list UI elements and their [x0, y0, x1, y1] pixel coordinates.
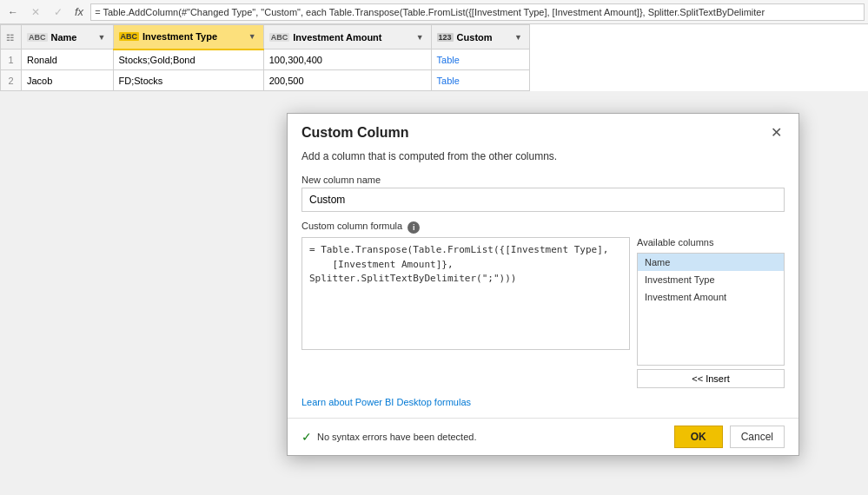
- col-filter-name[interactable]: ▼: [96, 33, 108, 42]
- table-row: 2 Jacob FD;Stocks 200,500 Table: [1, 70, 530, 91]
- formula-toolbar: ← ✕ ✓ fx: [0, 0, 868, 24]
- column-name-input[interactable]: [301, 188, 785, 212]
- cell-investment-amount-2: 200,500: [263, 70, 431, 91]
- row-num-1: 1: [1, 50, 22, 70]
- col-label-name: Name: [51, 32, 77, 43]
- col-header-name[interactable]: ABC Name ▼: [22, 25, 114, 50]
- formula-textarea-container: [301, 237, 630, 388]
- col-filter-custom[interactable]: ▼: [513, 33, 524, 42]
- custom-column-modal: Custom Column ✕ Add a column that is com…: [287, 113, 799, 456]
- formula-section: Custom column formula i Available column…: [301, 221, 785, 388]
- data-table-area: ☷ ABC Name ▼ ABC Investment Type ▼: [0, 24, 868, 91]
- cell-investment-type-1: Stocks;Gold;Bond: [113, 50, 263, 70]
- column-item-investment-type[interactable]: Investment Type: [638, 271, 784, 288]
- col-type-icon-investment-type: ABC: [119, 32, 140, 41]
- insert-button[interactable]: << Insert: [637, 369, 785, 388]
- row-num-2: 2: [1, 70, 22, 91]
- cell-name-2: Jacob: [22, 70, 114, 91]
- cell-investment-type-2: FD;Stocks: [113, 70, 263, 91]
- column-item-name[interactable]: Name: [638, 254, 784, 271]
- close-button: ✕: [26, 3, 45, 22]
- modal-subtitle: Add a column that is computed from the o…: [301, 150, 785, 162]
- available-columns-label: Available columns: [637, 237, 785, 248]
- col-header-investment-amount[interactable]: ABC Investment Amount ▼: [263, 25, 431, 50]
- status-text: No syntax errors have been detected.: [317, 432, 476, 442]
- formula-area-wrapper: Available columns Name Investment Type I…: [301, 237, 785, 388]
- info-icon[interactable]: i: [407, 221, 420, 234]
- check-button: ✓: [49, 3, 68, 22]
- formula-label: Custom column formula: [301, 221, 402, 231]
- formula-label-row: Custom column formula i: [301, 221, 785, 234]
- col-label-custom: Custom: [457, 32, 493, 43]
- col-header-investment-type[interactable]: ABC Investment Type ▼: [113, 25, 263, 50]
- ok-button[interactable]: OK: [674, 426, 723, 448]
- col-label-investment-amount: Investment Amount: [293, 32, 381, 43]
- footer-buttons: OK Cancel: [674, 426, 785, 448]
- status-row: ✓ No syntax errors have been detected.: [301, 430, 476, 444]
- modal-body: Add a column that is computed from the o…: [288, 150, 798, 418]
- available-columns-panel: Available columns Name Investment Type I…: [637, 237, 785, 388]
- col-type-icon-custom: 123: [437, 33, 454, 42]
- check-status-icon: ✓: [301, 430, 312, 444]
- fx-label: fx: [75, 5, 83, 18]
- formula-input[interactable]: [90, 3, 865, 21]
- column-item-investment-amount[interactable]: Investment Amount: [638, 288, 784, 306]
- modal-header: Custom Column ✕: [288, 114, 798, 150]
- cell-custom-1: Table: [431, 50, 529, 70]
- table-link-1[interactable]: Table: [437, 55, 460, 65]
- col-label-investment-type: Investment Type: [142, 31, 217, 42]
- column-name-label: New column name: [301, 175, 785, 185]
- col-filter-investment-amount[interactable]: ▼: [414, 33, 426, 42]
- back-button[interactable]: ←: [3, 3, 23, 22]
- table-link-2[interactable]: Table: [437, 76, 460, 86]
- col-filter-investment-type[interactable]: ▼: [247, 32, 258, 41]
- modal-title: Custom Column: [301, 125, 409, 141]
- modal-footer: ✓ No syntax errors have been detected. O…: [288, 418, 798, 455]
- row-num-header: ☷: [1, 25, 22, 50]
- col-type-icon-investment-amount: ABC: [269, 33, 290, 42]
- learn-link[interactable]: Learn about Power BI Desktop formulas: [301, 397, 785, 407]
- data-table: ☷ ABC Name ▼ ABC Investment Type ▼: [0, 24, 530, 91]
- formula-textarea[interactable]: [301, 237, 630, 350]
- column-name-section: New column name: [301, 175, 785, 212]
- cancel-button[interactable]: Cancel: [730, 426, 785, 448]
- table-row: 1 Ronald Stocks;Gold;Bond 100,300,400 Ta…: [1, 50, 530, 70]
- cell-name-1: Ronald: [22, 50, 114, 70]
- cell-custom-2: Table: [431, 70, 529, 91]
- col-header-custom[interactable]: 123 Custom ▼: [431, 25, 529, 50]
- columns-list: Name Investment Type Investment Amount: [637, 253, 785, 366]
- modal-close-button[interactable]: ✕: [767, 124, 785, 142]
- col-type-icon-name: ABC: [27, 33, 48, 42]
- cell-investment-amount-1: 100,300,400: [263, 50, 431, 70]
